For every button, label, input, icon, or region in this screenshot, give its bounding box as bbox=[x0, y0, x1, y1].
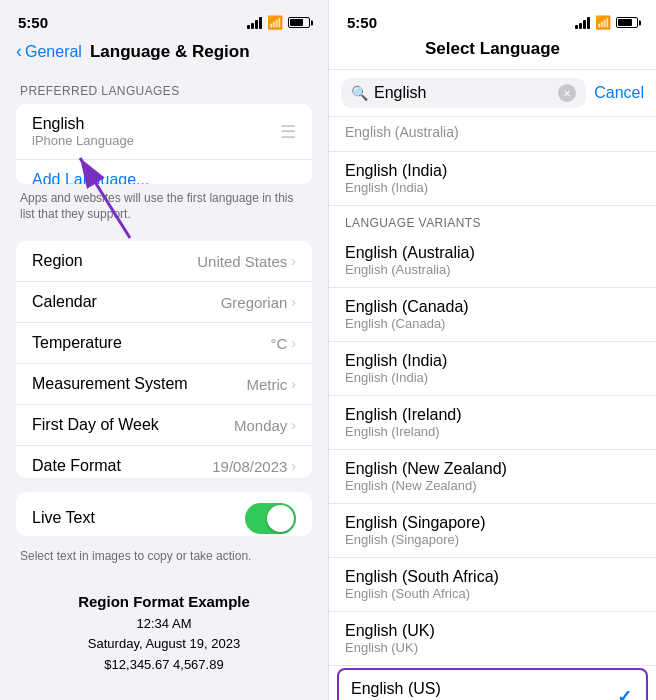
right-nav-header: Select Language bbox=[329, 37, 656, 70]
lang-sub: English (Australia) bbox=[345, 262, 640, 277]
lang-main: English (Australia) bbox=[345, 244, 640, 262]
lang-main: English (South Africa) bbox=[345, 568, 640, 586]
preferred-languages-card: English iPhone Language ☰ Add Language..… bbox=[16, 104, 312, 184]
lang-sub: English (New Zealand) bbox=[345, 478, 640, 493]
temperature-label: Temperature bbox=[32, 334, 122, 352]
right-panel: 5:50 📶 Select Language 🔍 English Ca bbox=[328, 0, 656, 700]
lang-sub: English (UK) bbox=[345, 640, 640, 655]
measurement-chevron-icon: › bbox=[291, 376, 296, 392]
lang-sub: English (India) bbox=[345, 370, 640, 385]
lang-main: English (Ireland) bbox=[345, 406, 640, 424]
date-format-label: Date Format bbox=[32, 457, 121, 475]
lang-main: English (Singapore) bbox=[345, 514, 640, 532]
left-panel: 5:50 📶 ‹ General Language & Region PREFE… bbox=[0, 0, 328, 700]
lang-ireland-item[interactable]: English (Ireland) English (Ireland) bbox=[329, 396, 656, 450]
lang-main: English (India) bbox=[345, 352, 640, 370]
live-text-label: Live Text bbox=[32, 509, 95, 527]
status-icons-right: 📶 bbox=[575, 15, 638, 30]
temperature-value: °C bbox=[270, 335, 287, 352]
lang-newzealand-item[interactable]: English (New Zealand) English (New Zeala… bbox=[329, 450, 656, 504]
temperature-item[interactable]: Temperature °C › bbox=[16, 323, 312, 364]
format-example: Region Format Example 12:34 AM Saturday,… bbox=[0, 577, 328, 700]
drag-handle-icon: ☰ bbox=[280, 121, 296, 143]
back-label: General bbox=[25, 43, 82, 61]
english-language-item[interactable]: English iPhone Language ☰ bbox=[16, 104, 312, 160]
lang-canada-item[interactable]: English (Canada) English (Canada) bbox=[329, 288, 656, 342]
lang-sub: English (Ireland) bbox=[345, 424, 640, 439]
cancel-button[interactable]: Cancel bbox=[594, 84, 644, 102]
lang-singapore-item[interactable]: English (Singapore) English (Singapore) bbox=[329, 504, 656, 558]
lang-uk-item[interactable]: English (UK) English (UK) bbox=[329, 612, 656, 666]
battery-icon bbox=[288, 17, 310, 28]
date-format-value: 19/08/2023 bbox=[212, 458, 287, 475]
lang-australia-item[interactable]: English (Australia) English (Australia) bbox=[329, 234, 656, 288]
nav-header-left: ‹ General Language & Region bbox=[0, 37, 328, 72]
english-label: English bbox=[32, 115, 134, 133]
format-example-line1: 12:34 AM Saturday, August 19, 2023 $12,3… bbox=[0, 614, 328, 676]
measurement-right: Metric › bbox=[246, 376, 296, 393]
english-india-top-item[interactable]: English (India) English (India) bbox=[329, 152, 656, 206]
lang-us-item[interactable]: English (US) English (US) ✓ bbox=[337, 668, 648, 700]
search-input[interactable]: English bbox=[374, 84, 552, 102]
format-example-title: Region Format Example bbox=[0, 593, 328, 610]
partial-lang-label: English (Australia) bbox=[345, 124, 459, 140]
live-text-item: Live Text bbox=[16, 492, 312, 536]
lang-sub: English (South Africa) bbox=[345, 586, 640, 601]
lang-main: English (New Zealand) bbox=[345, 460, 640, 478]
region-item[interactable]: Region United States › bbox=[16, 241, 312, 282]
region-label: Region bbox=[32, 252, 83, 270]
lang-main: English (UK) bbox=[345, 622, 640, 640]
right-title: Select Language bbox=[425, 39, 560, 58]
status-icons-left: 📶 bbox=[247, 15, 310, 30]
region-right: United States › bbox=[197, 253, 296, 270]
lang-main: English (US) bbox=[351, 680, 634, 698]
calendar-value: Gregorian bbox=[221, 294, 288, 311]
back-chevron-icon: ‹ bbox=[16, 41, 22, 62]
lang-southafrica-item[interactable]: English (South Africa) English (South Af… bbox=[329, 558, 656, 612]
calendar-item[interactable]: Calendar Gregorian › bbox=[16, 282, 312, 323]
measurement-item[interactable]: Measurement System Metric › bbox=[16, 364, 312, 405]
region-value: United States bbox=[197, 253, 287, 270]
lang-sub: English (Singapore) bbox=[345, 532, 640, 547]
checkmark-icon: ✓ bbox=[617, 686, 632, 701]
status-bar-right: 5:50 📶 bbox=[329, 0, 656, 37]
first-day-label: First Day of Week bbox=[32, 416, 159, 434]
status-bar-left: 5:50 📶 bbox=[0, 0, 328, 37]
live-text-desc: Select text in images to copy or take ac… bbox=[0, 542, 328, 577]
english-language-left: English iPhone Language bbox=[32, 115, 134, 148]
date-format-item[interactable]: Date Format 19/08/2023 › bbox=[16, 446, 312, 478]
first-day-right: Monday › bbox=[234, 417, 296, 434]
add-language-button[interactable]: Add Language... bbox=[16, 160, 312, 184]
calendar-chevron-icon: › bbox=[291, 294, 296, 310]
calendar-label: Calendar bbox=[32, 293, 97, 311]
lang-main: English (India) bbox=[345, 162, 640, 180]
search-clear-button[interactable] bbox=[558, 84, 576, 102]
signal-icon bbox=[247, 17, 262, 29]
date-format-right: 19/08/2023 › bbox=[212, 458, 296, 475]
variants-section-header: LANGUAGE VARIANTS bbox=[329, 206, 656, 234]
temperature-right: °C › bbox=[270, 335, 296, 352]
first-day-item[interactable]: First Day of Week Monday › bbox=[16, 405, 312, 446]
live-text-toggle[interactable] bbox=[245, 503, 296, 534]
battery-icon-right bbox=[616, 17, 638, 28]
wifi-icon-right: 📶 bbox=[595, 15, 611, 30]
lang-india-item[interactable]: English (India) English (India) bbox=[329, 342, 656, 396]
region-chevron-icon: › bbox=[291, 253, 296, 269]
wifi-icon: 📶 bbox=[267, 15, 283, 30]
partial-language-item: English (Australia) bbox=[329, 117, 656, 152]
status-time-right: 5:50 bbox=[347, 14, 377, 31]
lang-main: English (Canada) bbox=[345, 298, 640, 316]
search-bar-wrap: 🔍 English Cancel bbox=[329, 70, 656, 117]
preferred-languages-header: PREFERRED LANGUAGES bbox=[0, 72, 328, 104]
measurement-value: Metric bbox=[246, 376, 287, 393]
lang-sub: English (India) bbox=[345, 180, 640, 195]
english-sublabel: iPhone Language bbox=[32, 133, 134, 148]
language-list: English (Australia) English (India) Engl… bbox=[329, 117, 656, 700]
temperature-chevron-icon: › bbox=[291, 335, 296, 351]
back-button[interactable]: ‹ General bbox=[16, 41, 82, 62]
measurement-label: Measurement System bbox=[32, 375, 188, 393]
lang-sub: English (Canada) bbox=[345, 316, 640, 331]
date-format-chevron-icon: › bbox=[291, 458, 296, 474]
page-title: Language & Region bbox=[90, 42, 250, 62]
search-bar[interactable]: 🔍 English bbox=[341, 78, 586, 108]
